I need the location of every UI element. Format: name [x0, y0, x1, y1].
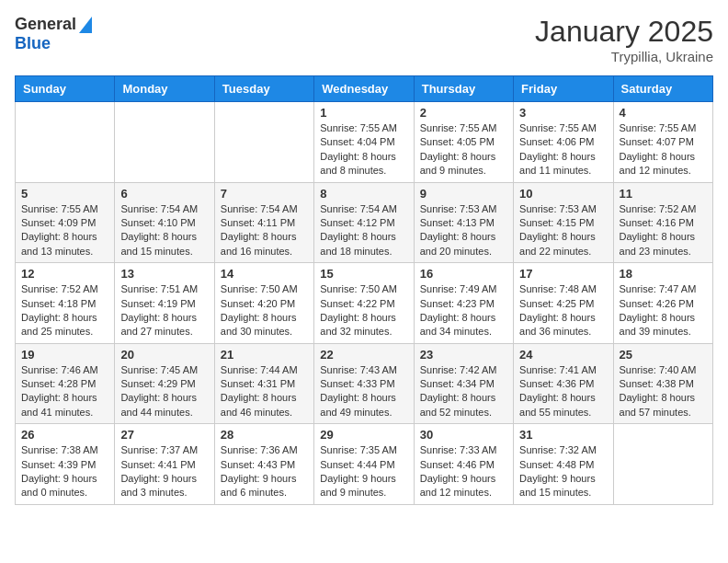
calendar-cell: 4Sunrise: 7:55 AM Sunset: 4:07 PM Daylig… [613, 102, 712, 183]
calendar-cell: 30Sunrise: 7:33 AM Sunset: 4:46 PM Dayli… [414, 424, 513, 505]
day-info: Sunrise: 7:50 AM Sunset: 4:20 PM Dayligh… [221, 282, 308, 339]
day-number: 19 [21, 348, 108, 362]
day-info: Sunrise: 7:44 AM Sunset: 4:31 PM Dayligh… [221, 363, 308, 420]
title-section: January 2025 Trypillia, Ukraine [535, 15, 713, 64]
day-number: 3 [519, 106, 607, 120]
calendar-cell: 13Sunrise: 7:51 AM Sunset: 4:19 PM Dayli… [115, 263, 214, 344]
day-info: Sunrise: 7:54 AM Sunset: 4:12 PM Dayligh… [320, 202, 407, 259]
logo: General Blue [15, 15, 92, 53]
day-number: 15 [320, 267, 407, 281]
calendar-row-3: 12Sunrise: 7:52 AM Sunset: 4:18 PM Dayli… [16, 263, 713, 344]
calendar-cell: 6Sunrise: 7:54 AM Sunset: 4:10 PM Daylig… [115, 182, 214, 263]
day-info: Sunrise: 7:54 AM Sunset: 4:11 PM Dayligh… [221, 202, 308, 259]
calendar-cell [214, 102, 313, 183]
calendar-cell: 26Sunrise: 7:38 AM Sunset: 4:39 PM Dayli… [16, 424, 115, 505]
column-header-friday: Friday [514, 76, 613, 102]
day-number: 23 [420, 348, 507, 362]
calendar-cell: 11Sunrise: 7:52 AM Sunset: 4:16 PM Dayli… [613, 182, 712, 263]
calendar-cell: 24Sunrise: 7:41 AM Sunset: 4:36 PM Dayli… [514, 343, 613, 424]
day-info: Sunrise: 7:42 AM Sunset: 4:34 PM Dayligh… [420, 363, 507, 420]
day-info: Sunrise: 7:41 AM Sunset: 4:36 PM Dayligh… [519, 363, 607, 420]
day-info: Sunrise: 7:53 AM Sunset: 4:15 PM Dayligh… [519, 202, 607, 259]
day-info: Sunrise: 7:55 AM Sunset: 4:04 PM Dayligh… [320, 121, 407, 178]
day-number: 27 [120, 428, 208, 442]
day-number: 22 [320, 348, 407, 362]
calendar-cell: 9Sunrise: 7:53 AM Sunset: 4:13 PM Daylig… [414, 182, 513, 263]
day-info: Sunrise: 7:35 AM Sunset: 4:44 PM Dayligh… [320, 443, 407, 500]
day-number: 28 [221, 428, 308, 442]
calendar-cell: 22Sunrise: 7:43 AM Sunset: 4:33 PM Dayli… [314, 343, 414, 424]
calendar-cell: 16Sunrise: 7:49 AM Sunset: 4:23 PM Dayli… [414, 263, 513, 344]
calendar-cell: 1Sunrise: 7:55 AM Sunset: 4:04 PM Daylig… [314, 102, 414, 183]
day-info: Sunrise: 7:52 AM Sunset: 4:18 PM Dayligh… [21, 282, 108, 339]
day-info: Sunrise: 7:38 AM Sunset: 4:39 PM Dayligh… [21, 443, 108, 500]
calendar-cell: 10Sunrise: 7:53 AM Sunset: 4:15 PM Dayli… [514, 182, 613, 263]
calendar-cell [16, 102, 115, 183]
calendar-cell: 14Sunrise: 7:50 AM Sunset: 4:20 PM Dayli… [214, 263, 313, 344]
calendar-cell: 12Sunrise: 7:52 AM Sunset: 4:18 PM Dayli… [16, 263, 115, 344]
day-number: 25 [620, 348, 707, 362]
calendar-cell: 29Sunrise: 7:35 AM Sunset: 4:44 PM Dayli… [314, 424, 414, 505]
day-number: 16 [420, 267, 507, 281]
day-info: Sunrise: 7:36 AM Sunset: 4:43 PM Dayligh… [221, 443, 308, 500]
day-info: Sunrise: 7:33 AM Sunset: 4:46 PM Dayligh… [420, 443, 507, 500]
day-info: Sunrise: 7:55 AM Sunset: 4:06 PM Dayligh… [519, 121, 607, 178]
page-header: General Blue January 2025 Trypillia, Ukr… [15, 15, 713, 64]
column-header-wednesday: Wednesday [314, 76, 414, 102]
day-info: Sunrise: 7:54 AM Sunset: 4:10 PM Dayligh… [120, 202, 208, 259]
day-info: Sunrise: 7:53 AM Sunset: 4:13 PM Dayligh… [420, 202, 507, 259]
day-info: Sunrise: 7:48 AM Sunset: 4:25 PM Dayligh… [519, 282, 607, 339]
calendar-row-2: 5Sunrise: 7:55 AM Sunset: 4:09 PM Daylig… [16, 182, 713, 263]
day-number: 12 [21, 267, 108, 281]
day-number: 20 [120, 348, 208, 362]
day-number: 2 [420, 106, 507, 120]
calendar-cell: 28Sunrise: 7:36 AM Sunset: 4:43 PM Dayli… [214, 424, 313, 505]
column-header-tuesday: Tuesday [214, 76, 313, 102]
calendar-cell: 2Sunrise: 7:55 AM Sunset: 4:05 PM Daylig… [414, 102, 513, 183]
day-info: Sunrise: 7:47 AM Sunset: 4:26 PM Dayligh… [620, 282, 707, 339]
calendar-header-row: SundayMondayTuesdayWednesdayThursdayFrid… [16, 76, 713, 102]
day-number: 9 [420, 187, 507, 201]
day-info: Sunrise: 7:49 AM Sunset: 4:23 PM Dayligh… [420, 282, 507, 339]
day-info: Sunrise: 7:43 AM Sunset: 4:33 PM Dayligh… [320, 363, 407, 420]
day-number: 7 [221, 187, 308, 201]
calendar-cell: 15Sunrise: 7:50 AM Sunset: 4:22 PM Dayli… [314, 263, 414, 344]
day-info: Sunrise: 7:55 AM Sunset: 4:09 PM Dayligh… [21, 202, 108, 259]
day-info: Sunrise: 7:37 AM Sunset: 4:41 PM Dayligh… [120, 443, 208, 500]
calendar-cell: 18Sunrise: 7:47 AM Sunset: 4:26 PM Dayli… [613, 263, 712, 344]
calendar-cell: 17Sunrise: 7:48 AM Sunset: 4:25 PM Dayli… [514, 263, 613, 344]
logo-blue-text: Blue [15, 34, 51, 53]
day-info: Sunrise: 7:55 AM Sunset: 4:07 PM Dayligh… [620, 121, 707, 178]
calendar-row-5: 26Sunrise: 7:38 AM Sunset: 4:39 PM Dayli… [16, 424, 713, 505]
day-number: 6 [120, 187, 208, 201]
day-number: 31 [519, 428, 607, 442]
calendar-cell: 20Sunrise: 7:45 AM Sunset: 4:29 PM Dayli… [115, 343, 214, 424]
logo-general-text: General [15, 15, 76, 34]
month-title: January 2025 [535, 15, 713, 49]
day-number: 29 [320, 428, 407, 442]
day-info: Sunrise: 7:51 AM Sunset: 4:19 PM Dayligh… [120, 282, 208, 339]
day-info: Sunrise: 7:50 AM Sunset: 4:22 PM Dayligh… [320, 282, 407, 339]
calendar-cell [115, 102, 214, 183]
day-number: 30 [420, 428, 507, 442]
calendar-cell [613, 424, 712, 505]
calendar-cell: 8Sunrise: 7:54 AM Sunset: 4:12 PM Daylig… [314, 182, 414, 263]
calendar-cell: 19Sunrise: 7:46 AM Sunset: 4:28 PM Dayli… [16, 343, 115, 424]
day-number: 18 [620, 267, 707, 281]
calendar-cell: 25Sunrise: 7:40 AM Sunset: 4:38 PM Dayli… [613, 343, 712, 424]
day-number: 10 [519, 187, 607, 201]
location-title: Trypillia, Ukraine [535, 49, 713, 64]
day-info: Sunrise: 7:45 AM Sunset: 4:29 PM Dayligh… [120, 363, 208, 420]
day-number: 17 [519, 267, 607, 281]
calendar-cell: 21Sunrise: 7:44 AM Sunset: 4:31 PM Dayli… [214, 343, 313, 424]
day-info: Sunrise: 7:55 AM Sunset: 4:05 PM Dayligh… [420, 121, 507, 178]
day-info: Sunrise: 7:46 AM Sunset: 4:28 PM Dayligh… [21, 363, 108, 420]
svg-marker-0 [79, 17, 92, 33]
day-number: 8 [320, 187, 407, 201]
column-header-sunday: Sunday [16, 76, 115, 102]
day-info: Sunrise: 7:52 AM Sunset: 4:16 PM Dayligh… [620, 202, 707, 259]
day-number: 5 [21, 187, 108, 201]
calendar-cell: 27Sunrise: 7:37 AM Sunset: 4:41 PM Dayli… [115, 424, 214, 505]
calendar-cell: 23Sunrise: 7:42 AM Sunset: 4:34 PM Dayli… [414, 343, 513, 424]
calendar-cell: 31Sunrise: 7:32 AM Sunset: 4:48 PM Dayli… [514, 424, 613, 505]
